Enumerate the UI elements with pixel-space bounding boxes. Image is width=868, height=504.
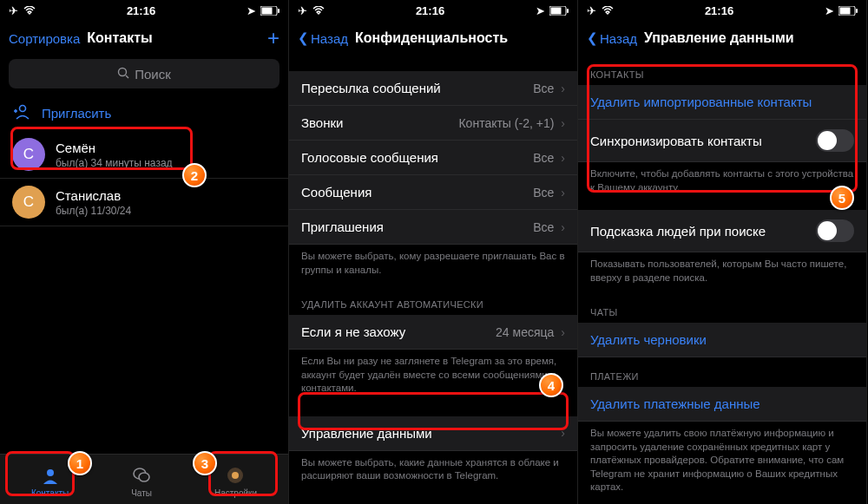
contact-row[interactable]: С Станислав был(а) 11/30/24 xyxy=(0,179,288,226)
back-button[interactable]: ❮ Назад xyxy=(587,30,637,46)
airplane-icon: ✈ xyxy=(9,4,18,17)
row-voice[interactable]: Голосовые сообщенияВсе› xyxy=(289,141,577,175)
contact-status: был(а) 34 минуты назад xyxy=(56,157,173,169)
search-icon xyxy=(117,67,129,82)
svg-point-8 xyxy=(47,469,54,476)
svg-point-12 xyxy=(232,472,239,479)
tab-contacts[interactable]: Контакты xyxy=(31,465,69,498)
section-header: УДАЛИТЬ АККАУНТ АВТОМАТИЧЕСКИ xyxy=(289,285,577,315)
chevron-right-icon: › xyxy=(561,325,565,339)
chevron-right-icon: › xyxy=(561,186,565,200)
row-invites[interactable]: ПриглашенияВсе› xyxy=(289,210,577,245)
footer-text: Если Вы ни разу не заглянете в Telegram … xyxy=(289,350,577,404)
invite-row[interactable]: Пригласить xyxy=(0,95,288,131)
footer-text: Показывать пользователей, которым Вы час… xyxy=(578,252,866,293)
chevron-left-icon: ❮ xyxy=(298,30,309,46)
row-suggest-people[interactable]: Подсказка людей при поиске xyxy=(578,210,866,252)
svg-line-4 xyxy=(126,75,128,78)
row-delete-payments[interactable]: Удалить платежные данные xyxy=(578,387,866,422)
contact-row[interactable]: С Семён был(а) 34 минуты назад xyxy=(0,131,288,179)
wifi-icon xyxy=(312,6,325,15)
row-delete-contacts[interactable]: Удалить импортированные контакты xyxy=(578,85,866,120)
screen-contacts: ✈ 21:16 ➤ Сортировка Контакты + Поиск Пр… xyxy=(0,0,289,504)
nav-bar: Сортировка Контакты + xyxy=(0,21,288,56)
location-icon: ➤ xyxy=(825,4,834,17)
nav-bar: ❮ Назад Конфиденциальность xyxy=(289,21,577,56)
tab-bar: Контакты Чаты Настройки xyxy=(0,454,288,504)
search-placeholder: Поиск xyxy=(135,67,171,82)
status-bar: ✈ 21:16 ➤ xyxy=(289,0,577,21)
invite-icon xyxy=(12,104,31,122)
status-time: 21:16 xyxy=(614,4,825,17)
nav-title: Управление данными xyxy=(644,30,794,46)
airplane-icon: ✈ xyxy=(298,4,307,17)
step-badge: 2 xyxy=(182,163,207,187)
step-badge: 5 xyxy=(830,186,854,210)
row-messages[interactable]: СообщенияВсе› xyxy=(289,175,577,210)
settings-icon xyxy=(225,465,246,486)
tab-label: Чаты xyxy=(131,488,152,498)
tab-chats[interactable]: Чаты xyxy=(131,465,152,498)
footer-text: Вы можете выбрать, какие данные хранятся… xyxy=(289,451,577,492)
avatar: С xyxy=(12,186,45,219)
battery-icon xyxy=(260,6,279,16)
step-badge: 1 xyxy=(68,451,92,475)
nav-title: Конфиденциальность xyxy=(355,30,508,46)
battery-icon xyxy=(838,6,858,16)
screen-privacy: ✈ 21:16 ➤ ❮ Назад Конфиденциальность Пер… xyxy=(289,0,578,504)
chevron-right-icon: › xyxy=(561,426,565,440)
location-icon: ➤ xyxy=(536,4,545,17)
status-bar: ✈ 21:16 ➤ xyxy=(0,0,288,21)
section-header: ЧАТЫ xyxy=(578,293,866,323)
invite-label: Пригласить xyxy=(42,106,111,121)
row-inactive[interactable]: Если я не захожу24 месяца› xyxy=(289,315,577,350)
back-label: Назад xyxy=(311,31,348,46)
avatar: С xyxy=(12,138,45,171)
footer-text: Вы можете удалить свою платёжную информа… xyxy=(578,422,866,503)
wifi-icon xyxy=(602,6,614,15)
contacts-icon xyxy=(40,465,61,486)
section-header: ПЛАТЕЖИ xyxy=(578,357,866,387)
row-sync-contacts[interactable]: Синхронизировать контакты xyxy=(578,120,866,162)
back-label: Назад xyxy=(600,31,637,46)
tab-settings[interactable]: Настройки xyxy=(214,465,257,498)
status-bar: ✈ 21:16 ➤ xyxy=(578,0,866,21)
search-input[interactable]: Поиск xyxy=(9,59,279,88)
back-button[interactable]: ❮ Назад xyxy=(298,30,348,46)
row-calls[interactable]: ЗвонкиКонтакты (-2, +1)› xyxy=(289,106,577,141)
toggle-suggest-people[interactable] xyxy=(816,219,854,242)
toggle-sync-contacts[interactable] xyxy=(816,129,854,152)
row-data-management[interactable]: Управление данными› xyxy=(289,416,577,451)
chats-icon xyxy=(131,465,152,486)
svg-point-10 xyxy=(139,473,149,481)
status-time: 21:16 xyxy=(325,4,536,17)
tab-label: Контакты xyxy=(31,488,69,498)
svg-rect-1 xyxy=(262,7,273,14)
contact-name: Станислав xyxy=(56,188,131,203)
chevron-right-icon: › xyxy=(561,151,565,165)
step-badge: 3 xyxy=(193,451,217,475)
footer-text: Включите, чтобы добавлять контакты с это… xyxy=(578,162,866,203)
battery-icon xyxy=(549,6,569,16)
row-delete-drafts[interactable]: Удалить черновики xyxy=(578,323,866,357)
tab-label: Настройки xyxy=(214,488,257,498)
screen-data-management: ✈ 21:16 ➤ ❮ Назад Управление данными КОН… xyxy=(578,0,867,504)
row-forwarding[interactable]: Пересылка сообщенийВсе› xyxy=(289,71,577,106)
add-contact-button[interactable]: + xyxy=(267,26,279,50)
contact-status: был(а) 11/30/24 xyxy=(56,205,131,217)
svg-rect-2 xyxy=(278,9,279,13)
svg-point-5 xyxy=(20,106,26,112)
chevron-left-icon: ❮ xyxy=(587,30,598,46)
chevron-right-icon: › xyxy=(561,116,565,130)
svg-point-3 xyxy=(119,68,127,75)
airplane-icon: ✈ xyxy=(587,4,596,17)
section-header: КОНТАКТЫ xyxy=(578,56,866,85)
status-time: 21:16 xyxy=(36,4,247,17)
sort-button[interactable]: Сортировка xyxy=(9,31,80,46)
svg-rect-15 xyxy=(567,9,569,13)
contact-name: Семён xyxy=(56,141,173,155)
location-icon: ➤ xyxy=(247,4,256,17)
svg-rect-14 xyxy=(551,7,562,14)
step-badge: 4 xyxy=(539,373,563,397)
chevron-right-icon: › xyxy=(561,220,565,234)
